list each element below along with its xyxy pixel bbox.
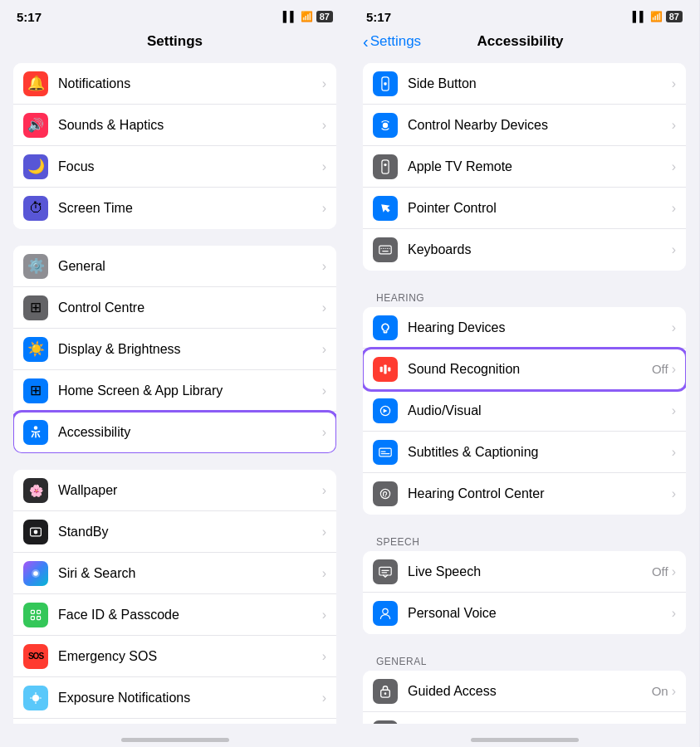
svg-rect-8 bbox=[37, 616, 41, 619]
row-appletvremote[interactable]: Apple TV Remote › bbox=[363, 146, 686, 188]
back-label: Settings bbox=[370, 33, 421, 50]
settings-row-wallpaper[interactable]: 🌸 Wallpaper › bbox=[13, 470, 336, 511]
row-livespeech[interactable]: Live Speech Off › bbox=[363, 551, 686, 593]
settings-row-display[interactable]: ☀️ Display & Brightness › bbox=[13, 329, 336, 370]
audiovisual-icon bbox=[373, 398, 398, 423]
soundrecognition-icon bbox=[373, 357, 398, 382]
chevron-icon: › bbox=[672, 445, 676, 460]
accessibility-icon bbox=[23, 420, 48, 445]
hearingcontrolcenter-label: Hearing Control Center bbox=[408, 486, 545, 501]
left-status-icons: ▌▌ 📶 87 bbox=[283, 11, 333, 22]
chevron-icon: › bbox=[322, 566, 326, 581]
svg-rect-25 bbox=[384, 364, 386, 374]
chevron-icon: › bbox=[322, 159, 326, 174]
settings-row-general[interactable]: ⚙️ General › bbox=[13, 246, 336, 287]
back-button[interactable]: ‹ Settings bbox=[363, 33, 421, 50]
chevron-icon: › bbox=[672, 362, 676, 377]
row-controlnearby[interactable]: Control Nearby Devices › bbox=[363, 105, 686, 146]
row-subtitles[interactable]: Subtitles & Captioning › bbox=[363, 432, 686, 473]
settings-row-siri[interactable]: Siri & Search › bbox=[13, 553, 336, 594]
chevron-icon: › bbox=[672, 76, 676, 91]
row-soundrecognition[interactable]: Sound Recognition Off › bbox=[363, 349, 686, 390]
svg-rect-33 bbox=[379, 567, 391, 575]
row-keyboards[interactable]: Keyboards › bbox=[363, 229, 686, 271]
row-hearingdevices[interactable]: Hearing Devices › bbox=[363, 307, 686, 349]
svg-point-4 bbox=[33, 571, 38, 576]
svg-point-14 bbox=[383, 122, 388, 127]
homescreen-label: Home Screen & App Library bbox=[58, 383, 223, 398]
sos-label: Emergency SOS bbox=[58, 649, 157, 664]
settings-row-faceid[interactable]: Face ID & Passcode › bbox=[13, 594, 336, 636]
settings-group-2: ⚙️ General › ⊞ Control Centre › ☀️ Displ… bbox=[13, 246, 336, 453]
appletvremote-icon bbox=[373, 154, 398, 179]
right-status-bar: 5:17 ▌▌ 📶 87 bbox=[350, 0, 699, 30]
row-audiovisual[interactable]: Audio/Visual › bbox=[363, 390, 686, 432]
left-status-bar: 5:17 ▌▌ 📶 87 bbox=[0, 0, 350, 30]
svg-rect-13 bbox=[384, 82, 386, 85]
display-label: Display & Brightness bbox=[58, 342, 181, 357]
signal-icon: ▌▌ bbox=[633, 11, 647, 22]
controlcentre-icon: ⊞ bbox=[23, 295, 48, 320]
hearingcontrolcenter-icon bbox=[373, 481, 398, 506]
controlnearby-label: Control Nearby Devices bbox=[408, 118, 548, 133]
left-home-bar bbox=[0, 724, 350, 747]
chevron-icon: › bbox=[672, 486, 676, 501]
sidebutton-label: Side Button bbox=[408, 76, 477, 91]
chevron-icon: › bbox=[672, 684, 676, 699]
chevron-icon: › bbox=[322, 525, 326, 540]
svg-point-2 bbox=[34, 530, 38, 534]
livespeech-value: Off bbox=[652, 564, 668, 579]
right-settings-scroll[interactable]: Side Button › Control Nearby Devices › bbox=[350, 56, 699, 724]
sos-icon: SOS bbox=[23, 644, 48, 669]
subtitles-icon bbox=[373, 440, 398, 465]
wallpaper-label: Wallpaper bbox=[58, 483, 117, 498]
chevron-icon: › bbox=[322, 259, 326, 274]
row-sidebutton[interactable]: Side Button › bbox=[363, 63, 686, 105]
row-hearingcontrolcenter[interactable]: Hearing Control Center › bbox=[363, 473, 686, 515]
settings-row-controlcentre[interactable]: ⊞ Control Centre › bbox=[13, 287, 336, 329]
row-pointercontrol[interactable]: Pointer Control › bbox=[363, 188, 686, 229]
left-page-title: Settings bbox=[0, 30, 350, 56]
svg-point-38 bbox=[384, 692, 387, 695]
chevron-icon: › bbox=[322, 425, 326, 440]
exposure-icon bbox=[23, 686, 48, 710]
settings-row-battery[interactable]: Battery › bbox=[13, 719, 336, 724]
settings-row-notifications[interactable]: 🔔 Notifications › bbox=[13, 63, 336, 105]
chevron-icon: › bbox=[672, 242, 676, 257]
hearing-section: Hearing Devices › Sound Recognition Of bbox=[363, 307, 686, 515]
settings-row-standby[interactable]: StandBy › bbox=[13, 511, 336, 553]
settings-row-screentime[interactable]: ⏱ Screen Time › bbox=[13, 188, 336, 229]
svg-rect-5 bbox=[31, 610, 34, 613]
settings-row-homescreen[interactable]: ⊞ Home Screen & App Library › bbox=[13, 370, 336, 412]
right-nav-header: ‹ Settings Accessibility bbox=[350, 30, 699, 56]
accessibility-label: Accessibility bbox=[58, 425, 130, 440]
signal-icon: ▌▌ bbox=[283, 11, 297, 22]
chevron-icon: › bbox=[672, 606, 676, 621]
soundrecognition-value: Off bbox=[652, 362, 668, 376]
motor-section: Side Button › Control Nearby Devices › bbox=[363, 63, 686, 271]
right-home-bar bbox=[350, 724, 699, 747]
general-label: General bbox=[58, 259, 105, 274]
chevron-icon: › bbox=[322, 201, 326, 216]
settings-row-focus[interactable]: 🌙 Focus › bbox=[13, 146, 336, 188]
row-assistiveaccess[interactable]: Assistive Access Off › bbox=[363, 712, 686, 724]
audiovisual-label: Audio/Visual bbox=[408, 403, 482, 418]
svg-rect-24 bbox=[380, 366, 383, 371]
left-settings-scroll[interactable]: 🔔 Notifications › 🔊 Sounds & Haptics › 🌙… bbox=[0, 56, 350, 724]
settings-row-exposure[interactable]: Exposure Notifications › bbox=[13, 677, 336, 719]
row-personalvoice[interactable]: Personal Voice › bbox=[363, 593, 686, 634]
right-status-icons: ▌▌ 📶 87 bbox=[633, 11, 683, 22]
settings-row-sos[interactable]: SOS Emergency SOS › bbox=[13, 636, 336, 677]
settings-row-accessibility[interactable]: Accessibility › bbox=[13, 412, 336, 453]
svg-point-36 bbox=[383, 608, 388, 613]
row-guidedaccess[interactable]: Guided Access On › bbox=[363, 671, 686, 712]
faceid-icon bbox=[23, 603, 48, 627]
left-panel: 5:17 ▌▌ 📶 87 Settings 🔔 Notifications › … bbox=[0, 0, 350, 747]
appletvremote-label: Apple TV Remote bbox=[408, 159, 512, 174]
wallpaper-icon: 🌸 bbox=[23, 478, 48, 503]
settings-row-sounds[interactable]: 🔊 Sounds & Haptics › bbox=[13, 105, 336, 146]
svg-point-32 bbox=[384, 496, 386, 497]
svg-rect-7 bbox=[31, 616, 34, 619]
svg-point-9 bbox=[32, 695, 39, 701]
sidebutton-icon bbox=[373, 71, 398, 96]
